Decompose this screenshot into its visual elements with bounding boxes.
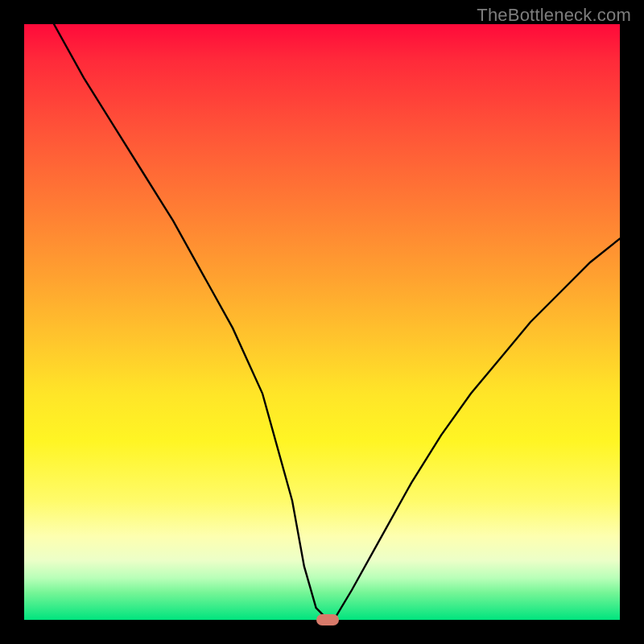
plot-area [24, 24, 620, 620]
curve-svg [24, 24, 620, 620]
watermark-text: TheBottleneck.com [477, 5, 631, 26]
chart-frame: TheBottleneck.com [0, 0, 644, 644]
bottleneck-curve-path [54, 24, 620, 620]
optimum-marker [316, 614, 339, 625]
